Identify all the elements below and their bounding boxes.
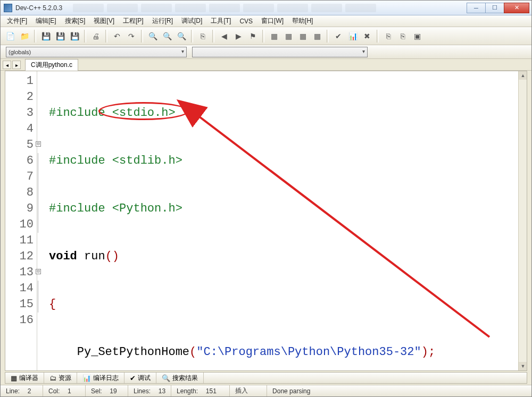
line-number: 8 bbox=[5, 185, 34, 201]
redo-button[interactable]: ↷ bbox=[125, 30, 138, 43]
bookmark-button[interactable]: ⚑ bbox=[246, 30, 259, 43]
line-number: 14 bbox=[5, 281, 34, 297]
status-line: Line: 2 bbox=[1, 385, 43, 396]
code-area[interactable]: #include <stdio.h> #include <stdlib.h> #… bbox=[37, 71, 527, 370]
line-number: 12 bbox=[5, 249, 34, 265]
status-parsing: Done parsing bbox=[267, 385, 531, 396]
tab-prev-button[interactable]: ◂ bbox=[3, 61, 11, 69]
rebuild-button[interactable]: ▦ bbox=[311, 30, 323, 43]
menu-cvs[interactable]: CVS bbox=[236, 16, 256, 26]
separator bbox=[262, 30, 264, 43]
back-button[interactable]: ◀ bbox=[218, 30, 230, 43]
scroll-up-button[interactable]: ▲ bbox=[519, 71, 527, 80]
separator bbox=[105, 30, 107, 43]
line-number: 1 bbox=[5, 73, 34, 89]
menu-view[interactable]: 视图[V] bbox=[90, 15, 118, 27]
separator bbox=[212, 30, 214, 43]
options-button[interactable]: ▣ bbox=[411, 30, 423, 43]
separator bbox=[84, 30, 86, 43]
separator bbox=[141, 30, 143, 43]
line-number: 3 bbox=[5, 105, 34, 121]
code-editor[interactable]: 1 2 3 4 5⊟ 6 7 8 9 10 11 12 13⊟ 14 15 16… bbox=[5, 71, 527, 371]
globals-combo-text: (globals) bbox=[9, 49, 31, 55]
status-length: Length: 151 bbox=[171, 385, 230, 396]
menu-help[interactable]: 帮助[H] bbox=[289, 15, 316, 27]
status-sel: Sel: 19 bbox=[86, 385, 128, 396]
find-in-files-button[interactable]: 🔍 bbox=[175, 30, 188, 43]
title-bar: Dev-C++ 5.2.0.3 ─ ☐ ✕ bbox=[1, 1, 531, 15]
line-number: 2 bbox=[5, 89, 34, 105]
new-project-button[interactable]: 📁 bbox=[18, 30, 31, 43]
status-bar: Line: 2 Col: 1 Sel: 19 Lines: 13 Length:… bbox=[1, 385, 531, 396]
output-tab-bar: ▦编译器 🗂资源 📊编译日志 ✔调试 🔍搜索结果 bbox=[5, 372, 527, 384]
menu-edit[interactable]: 编辑[E] bbox=[32, 15, 60, 27]
line-number: 11 bbox=[5, 233, 34, 249]
globals-combo[interactable]: (globals) bbox=[6, 47, 187, 57]
run-button[interactable]: ▦ bbox=[282, 30, 295, 43]
line-number: 4 bbox=[5, 121, 34, 137]
line-number: 7 bbox=[5, 169, 34, 185]
line-number: 15 bbox=[5, 297, 34, 312]
compile-button[interactable]: ▦ bbox=[268, 30, 280, 43]
separator bbox=[191, 30, 193, 43]
line-number: 13⊟ bbox=[5, 265, 34, 281]
window-title: Dev-C++ 5.2.0.3 bbox=[15, 4, 62, 12]
goto-button[interactable]: ⎘ bbox=[196, 30, 209, 43]
menu-tools[interactable]: 工具[T] bbox=[207, 15, 234, 27]
debug-start-button[interactable]: ✔ bbox=[332, 30, 345, 43]
undo-button[interactable]: ↶ bbox=[111, 30, 123, 43]
forward-button[interactable]: ▶ bbox=[232, 30, 245, 43]
resource-icon: 🗂 bbox=[49, 374, 56, 382]
close-all-button[interactable]: ⎘ bbox=[396, 30, 409, 43]
line-gutter: 1 2 3 4 5⊟ 6 7 8 9 10 11 12 13⊟ 14 15 16 bbox=[5, 71, 37, 370]
menu-project[interactable]: 工程[P] bbox=[120, 15, 147, 27]
replace-button[interactable]: 🔍 bbox=[161, 30, 173, 43]
log-icon: 📊 bbox=[82, 374, 91, 382]
scroll-down-button[interactable]: ▼ bbox=[519, 362, 527, 370]
status-col: Col: 1 bbox=[43, 385, 86, 396]
tab-debug[interactable]: ✔调试 bbox=[124, 373, 156, 383]
scope-bar: (globals) bbox=[1, 45, 531, 59]
tab-compiler[interactable]: ▦编译器 bbox=[5, 373, 44, 383]
tab-search-results[interactable]: 🔍搜索结果 bbox=[156, 373, 204, 383]
line-number: 6 bbox=[5, 153, 34, 169]
minimize-button[interactable]: ─ bbox=[467, 3, 486, 13]
find-button[interactable]: 🔍 bbox=[146, 30, 159, 43]
new-file-button[interactable]: 📄 bbox=[4, 30, 16, 43]
separator bbox=[377, 30, 379, 43]
line-number: 5⊟ bbox=[5, 137, 34, 153]
status-lines: Lines: 13 bbox=[128, 385, 171, 396]
file-tab-bar: ◂ ▸ C调用python.c bbox=[1, 59, 531, 71]
menu-debug[interactable]: 调试[D] bbox=[178, 15, 205, 27]
maximize-button[interactable]: ☐ bbox=[485, 3, 504, 13]
save-as-button[interactable]: 💾 bbox=[68, 30, 81, 43]
menu-search[interactable]: 搜索[S] bbox=[62, 15, 89, 27]
compiler-icon: ▦ bbox=[11, 374, 17, 382]
line-number: 9 bbox=[5, 201, 34, 217]
save-button[interactable]: 💾 bbox=[39, 30, 52, 43]
status-insert-mode: 插入 bbox=[230, 385, 267, 396]
save-all-button[interactable]: 💾 bbox=[54, 30, 66, 43]
search-icon: 🔍 bbox=[162, 374, 170, 382]
vertical-scrollbar[interactable]: ▲ ▼ bbox=[518, 71, 527, 370]
print-button[interactable]: 🖨 bbox=[89, 30, 102, 43]
file-tab-active[interactable]: C调用python.c bbox=[25, 59, 78, 71]
toolbar: 📄 📁 💾 💾 💾 🖨 ↶ ↷ 🔍 🔍 🔍 ⎘ ◀ ▶ ⚑ ▦ ▦ ▦ ▦ ✔ … bbox=[1, 27, 531, 45]
tab-next-button[interactable]: ▸ bbox=[12, 61, 21, 69]
profile-button[interactable]: 📊 bbox=[346, 30, 359, 43]
debug-icon: ✔ bbox=[130, 374, 136, 382]
menu-window[interactable]: 窗口[W] bbox=[258, 15, 287, 27]
tab-compile-log[interactable]: 📊编译日志 bbox=[77, 373, 124, 383]
members-combo[interactable] bbox=[192, 47, 368, 57]
close-button[interactable]: ✕ bbox=[504, 3, 529, 13]
menu-run[interactable]: 运行[R] bbox=[149, 15, 176, 27]
tab-resource[interactable]: 🗂资源 bbox=[44, 373, 77, 383]
stop-button[interactable]: ✖ bbox=[361, 30, 373, 43]
close-file-button[interactable]: ⎘ bbox=[382, 30, 395, 43]
separator bbox=[327, 30, 329, 43]
separator bbox=[34, 30, 36, 43]
app-icon bbox=[4, 4, 12, 12]
menu-file[interactable]: 文件[F] bbox=[4, 15, 30, 27]
line-number: 10 bbox=[5, 217, 34, 233]
compile-run-button[interactable]: ▦ bbox=[296, 30, 309, 43]
